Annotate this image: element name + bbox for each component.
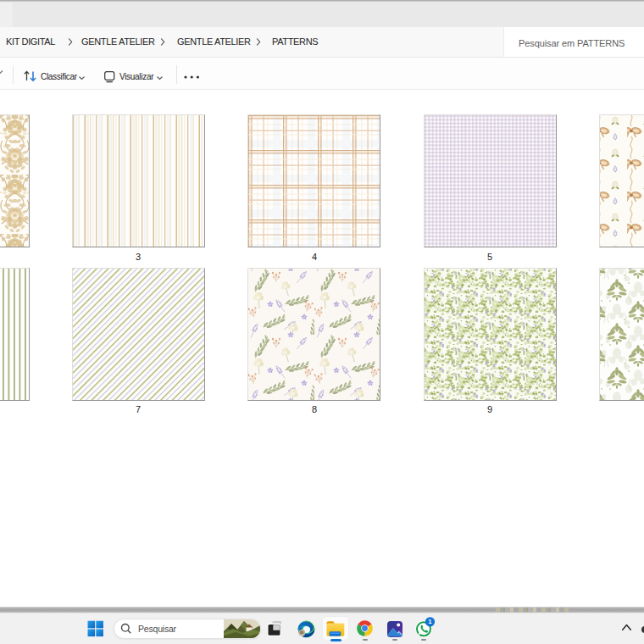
svg-text:1: 1	[428, 618, 432, 625]
